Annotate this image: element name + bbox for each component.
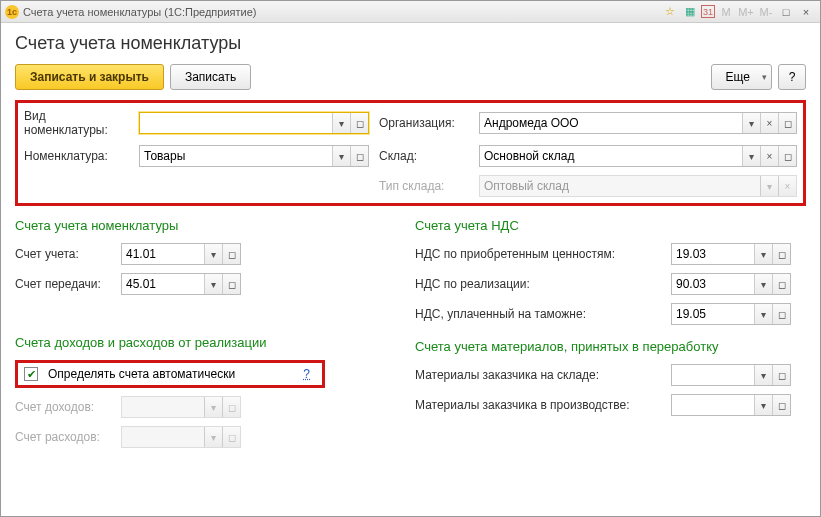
wh-value[interactable]: Основной склад bbox=[480, 146, 742, 166]
org-dropdown-icon[interactable]: ▾ bbox=[742, 113, 760, 133]
window: 1c Счета учета номенклатуры (1С:Предприя… bbox=[0, 0, 821, 517]
app-icon: 1c bbox=[5, 5, 19, 19]
org-clear-icon[interactable]: × bbox=[760, 113, 778, 133]
acct-value[interactable]: 41.01 bbox=[122, 244, 204, 264]
acct-label: Счет учета: bbox=[15, 247, 115, 261]
transfer-label: Счет передачи: bbox=[15, 277, 115, 291]
nomen-label: Номенклатура: bbox=[24, 149, 129, 163]
content: Счета учета номенклатуры Записать и закр… bbox=[1, 23, 820, 516]
vat-customs-open-icon[interactable]: ◻ bbox=[772, 304, 790, 324]
calendar-icon[interactable]: 31 bbox=[701, 5, 715, 18]
m-plus-icon: M+ bbox=[737, 4, 755, 20]
highlight-frame-auto: ✔ Определять счета автоматически ? bbox=[15, 360, 325, 388]
more-button[interactable]: Еще bbox=[711, 64, 772, 90]
favorite-icon[interactable]: ☆ bbox=[661, 4, 679, 20]
type-value[interactable] bbox=[140, 113, 332, 133]
transfer-open-icon[interactable]: ◻ bbox=[222, 274, 240, 294]
wh-type-clear-icon: × bbox=[778, 176, 796, 196]
titlebar: 1c Счета учета номенклатуры (1С:Предприя… bbox=[1, 1, 820, 23]
acct-dropdown-icon[interactable]: ▾ bbox=[204, 244, 222, 264]
org-value[interactable]: Андромеда ООО bbox=[480, 113, 742, 133]
expense-open-icon: ◻ bbox=[222, 427, 240, 447]
type-open-icon[interactable]: ◻ bbox=[350, 113, 368, 133]
save-button[interactable]: Записать bbox=[170, 64, 251, 90]
vat-customs-dropdown-icon[interactable]: ▾ bbox=[754, 304, 772, 324]
mat-prod-label: Материалы заказчика в производстве: bbox=[415, 398, 665, 412]
m-icon: M bbox=[717, 4, 735, 20]
m-minus-icon: M- bbox=[757, 4, 775, 20]
mat-stock-open-icon[interactable]: ◻ bbox=[772, 365, 790, 385]
pnl-section-title: Счета доходов и расходов от реализации bbox=[15, 335, 385, 350]
vat-section-title: Счета учета НДС bbox=[415, 218, 806, 233]
vat-purch-dropdown-icon[interactable]: ▾ bbox=[754, 244, 772, 264]
acct-field[interactable]: 41.01 ▾ ◻ bbox=[121, 243, 241, 265]
calculator-icon[interactable]: ▦ bbox=[681, 4, 699, 20]
mat-section-title: Счета учета материалов, принятых в перер… bbox=[415, 339, 806, 354]
expense-dropdown-icon: ▾ bbox=[204, 427, 222, 447]
nomen-value[interactable]: Товары bbox=[140, 146, 332, 166]
income-field: ▾ ◻ bbox=[121, 396, 241, 418]
income-dropdown-icon: ▾ bbox=[204, 397, 222, 417]
nomen-dropdown-icon[interactable]: ▾ bbox=[332, 146, 350, 166]
wh-type-dropdown-icon: ▾ bbox=[760, 176, 778, 196]
wh-open-icon[interactable]: ◻ bbox=[778, 146, 796, 166]
type-label: Вид номенклатуры: bbox=[24, 109, 129, 137]
acct-open-icon[interactable]: ◻ bbox=[222, 244, 240, 264]
vat-customs-label: НДС, уплаченный на таможне: bbox=[415, 307, 665, 321]
window-title: Счета учета номенклатуры (1С:Предприятие… bbox=[23, 6, 257, 18]
vat-customs-value[interactable]: 19.05 bbox=[672, 304, 754, 324]
nomen-open-icon[interactable]: ◻ bbox=[350, 146, 368, 166]
help-button[interactable]: ? bbox=[778, 64, 806, 90]
page-title: Счета учета номенклатуры bbox=[15, 33, 806, 54]
type-field[interactable]: ▾ ◻ bbox=[139, 112, 369, 134]
wh-type-label: Тип склада: bbox=[379, 179, 469, 193]
income-label: Счет доходов: bbox=[15, 400, 115, 414]
auto-label: Определять счета автоматически bbox=[48, 367, 235, 381]
org-open-icon[interactable]: ◻ bbox=[778, 113, 796, 133]
mat-prod-dropdown-icon[interactable]: ▾ bbox=[754, 395, 772, 415]
vat-purch-field[interactable]: 19.03 ▾ ◻ bbox=[671, 243, 791, 265]
maximize-icon[interactable]: □ bbox=[777, 4, 795, 20]
income-open-icon: ◻ bbox=[222, 397, 240, 417]
vat-purch-open-icon[interactable]: ◻ bbox=[772, 244, 790, 264]
wh-type-value: Оптовый склад bbox=[480, 176, 760, 196]
expense-label: Счет расходов: bbox=[15, 430, 115, 444]
nomen-field[interactable]: Товары ▾ ◻ bbox=[139, 145, 369, 167]
vat-customs-field[interactable]: 19.05 ▾ ◻ bbox=[671, 303, 791, 325]
accts-section-title: Счета учета номенклатуры bbox=[15, 218, 385, 233]
expense-field: ▾ ◻ bbox=[121, 426, 241, 448]
highlight-frame-top: Вид номенклатуры: ▾ ◻ Организация: Андро… bbox=[15, 100, 806, 206]
wh-field[interactable]: Основной склад ▾ × ◻ bbox=[479, 145, 797, 167]
type-dropdown-icon[interactable]: ▾ bbox=[332, 113, 350, 133]
org-label: Организация: bbox=[379, 116, 469, 130]
close-window-icon[interactable]: × bbox=[797, 4, 815, 20]
mat-stock-dropdown-icon[interactable]: ▾ bbox=[754, 365, 772, 385]
vat-sales-dropdown-icon[interactable]: ▾ bbox=[754, 274, 772, 294]
toolbar: Записать и закрыть Записать Еще ? bbox=[15, 64, 806, 90]
auto-checkbox[interactable]: ✔ bbox=[24, 367, 38, 381]
wh-label: Склад: bbox=[379, 149, 469, 163]
vat-sales-label: НДС по реализации: bbox=[415, 277, 665, 291]
org-field[interactable]: Андромеда ООО ▾ × ◻ bbox=[479, 112, 797, 134]
mat-stock-label: Материалы заказчика на складе: bbox=[415, 368, 665, 382]
wh-dropdown-icon[interactable]: ▾ bbox=[742, 146, 760, 166]
transfer-field[interactable]: 45.01 ▾ ◻ bbox=[121, 273, 241, 295]
vat-sales-field[interactable]: 90.03 ▾ ◻ bbox=[671, 273, 791, 295]
vat-purch-label: НДС по приобретенным ценностям: bbox=[415, 247, 665, 261]
transfer-value[interactable]: 45.01 bbox=[122, 274, 204, 294]
auto-help-icon[interactable]: ? bbox=[303, 367, 310, 381]
vat-purch-value[interactable]: 19.03 bbox=[672, 244, 754, 264]
wh-clear-icon[interactable]: × bbox=[760, 146, 778, 166]
mat-prod-open-icon[interactable]: ◻ bbox=[772, 395, 790, 415]
mat-prod-field[interactable]: ▾ ◻ bbox=[671, 394, 791, 416]
wh-type-field: Оптовый склад ▾ × bbox=[479, 175, 797, 197]
mat-stock-field[interactable]: ▾ ◻ bbox=[671, 364, 791, 386]
save-close-button[interactable]: Записать и закрыть bbox=[15, 64, 164, 90]
vat-sales-value[interactable]: 90.03 bbox=[672, 274, 754, 294]
vat-sales-open-icon[interactable]: ◻ bbox=[772, 274, 790, 294]
transfer-dropdown-icon[interactable]: ▾ bbox=[204, 274, 222, 294]
